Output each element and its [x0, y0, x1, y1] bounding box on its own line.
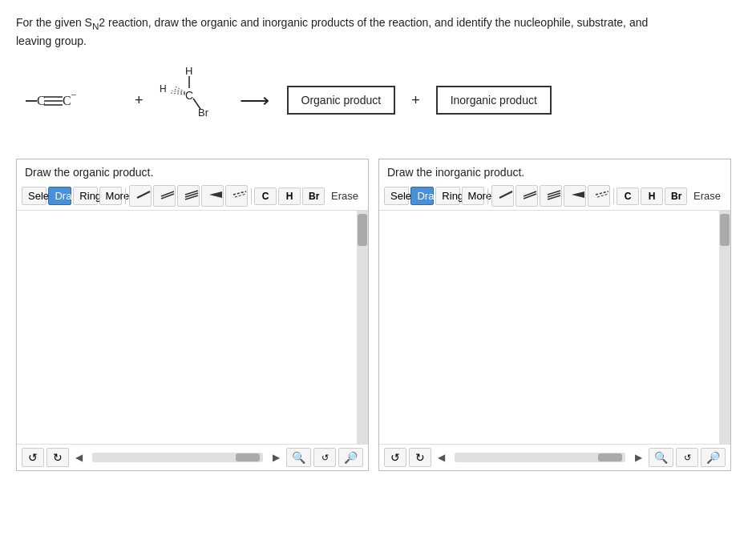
svg-line-11 — [176, 87, 185, 92]
organic-rings-btn[interactable]: Rings — [73, 187, 97, 205]
svg-marker-32 — [572, 191, 584, 198]
inorganic-nav-right[interactable]: ▶ — [632, 450, 645, 465]
organic-scroll-right[interactable] — [357, 211, 368, 444]
inorganic-horiz-scroll[interactable] — [455, 453, 625, 462]
inorganic-single-bond-btn[interactable] — [491, 185, 514, 207]
plus1: + — [135, 92, 144, 109]
svg-marker-23 — [209, 191, 222, 198]
organic-triple-bond-btn[interactable] — [177, 185, 200, 207]
organic-bottom-left: ↺ ↻ — [22, 448, 69, 467]
inorganic-zoom-in-btn[interactable]: 🔍 — [649, 448, 673, 467]
inorganic-draw-panel: Draw the inorganic product. Select Draw … — [378, 159, 731, 471]
inorganic-select-btn[interactable]: Select — [384, 187, 409, 205]
svg-line-14 — [170, 93, 185, 95]
inorganic-scroll-thumb — [720, 214, 730, 246]
inorganic-horiz-thumb — [598, 453, 622, 461]
inorganic-redo-btn[interactable]: ↻ — [409, 448, 431, 467]
svg-line-17 — [137, 191, 150, 198]
inorganic-erase-btn[interactable]: Erase — [689, 187, 726, 204]
reactant2-svg: H C H Br — [158, 64, 222, 136]
organic-atom-h-btn[interactable]: H — [278, 187, 301, 205]
organic-scroll-thumb — [358, 214, 367, 246]
organic-dash-btn[interactable] — [225, 185, 248, 207]
svg-line-26 — [499, 191, 512, 198]
inorganic-dash-btn[interactable] — [588, 185, 610, 207]
inorganic-bottom-bar: ↺ ↻ ◀ ▶ 🔍 ↺ 🔎 — [379, 444, 730, 470]
svg-text:−: − — [71, 89, 76, 101]
inorganic-zoom-reset-btn[interactable]: ↺ — [676, 448, 698, 467]
inorganic-triple-bond-btn[interactable] — [540, 185, 562, 207]
organic-redo-btn[interactable]: ↻ — [46, 448, 69, 467]
inorganic-draw-area[interactable] — [379, 211, 730, 444]
inorganic-atom-br-btn[interactable]: Br — [665, 187, 687, 205]
plus2: + — [411, 92, 420, 109]
organic-wedge-btn[interactable] — [201, 185, 224, 207]
organic-undo-btn[interactable]: ↺ — [22, 448, 44, 467]
reaction-equation: C C − + H C H Br ⟶ Organic product + I — [16, 64, 732, 136]
svg-line-28 — [524, 194, 536, 199]
organic-zoom-out-btn[interactable]: 🔎 — [338, 448, 363, 467]
organic-more-btn[interactable]: More — [99, 187, 123, 205]
organic-select-btn[interactable]: Select — [22, 187, 46, 205]
svg-line-19 — [161, 194, 174, 199]
inorganic-bottom-right: 🔍 ↺ 🔎 — [649, 448, 726, 467]
inorganic-scroll-right[interactable] — [719, 211, 730, 444]
svg-text:H: H — [160, 83, 167, 95]
organic-draw-btn[interactable]: Draw — [48, 187, 71, 205]
organic-single-bond-btn[interactable] — [129, 185, 152, 207]
svg-line-27 — [524, 191, 536, 196]
inorganic-toolbar: Select Draw Rings More — [379, 182, 730, 211]
inorganic-atom-c-btn[interactable]: C — [617, 187, 639, 205]
organic-double-bond-btn[interactable] — [153, 185, 176, 207]
inorganic-rings-btn[interactable]: Rings — [435, 187, 459, 205]
inorganic-wedge-btn[interactable] — [564, 185, 586, 207]
organic-toolbar: Select Draw Rings More — [17, 182, 368, 211]
organic-bottom-bar: ↺ ↻ ◀ ▶ 🔍 ↺ 🔎 — [17, 444, 368, 470]
arrow: ⟶ — [240, 88, 269, 113]
problem-line1: For the given SN2 reaction, draw the org… — [16, 16, 648, 29]
inorganic-atom-h-btn[interactable]: H — [641, 187, 663, 205]
organic-atom-br-btn[interactable]: Br — [302, 187, 325, 205]
organic-erase-btn[interactable]: Erase — [326, 187, 363, 204]
organic-draw-panel: Draw the organic product. Select Draw Ri… — [16, 159, 369, 471]
inorganic-zoom-out-btn[interactable]: 🔎 — [701, 448, 726, 467]
inorganic-bottom-left: ↺ ↻ — [384, 448, 431, 467]
problem-statement: For the given SN2 reaction, draw the org… — [16, 14, 732, 50]
organic-horiz-scroll[interactable] — [92, 453, 263, 462]
problem-line2: leaving group. — [16, 34, 87, 47]
svg-line-12 — [174, 89, 185, 93]
svg-line-16 — [193, 99, 200, 109]
inorganic-product-label-box: Inorganic product — [436, 86, 552, 115]
svg-text:C: C — [185, 89, 193, 102]
organic-nav-right[interactable]: ▶ — [269, 450, 283, 465]
inorganic-double-bond-btn[interactable] — [516, 185, 538, 207]
svg-line-13 — [172, 91, 185, 94]
drawing-panels: Draw the organic product. Select Draw Ri… — [16, 159, 732, 471]
organic-zoom-reset-btn[interactable]: ↺ — [313, 448, 336, 467]
svg-line-18 — [161, 191, 174, 196]
organic-product-label-box: Organic product — [287, 86, 396, 115]
inorganic-undo-btn[interactable]: ↺ — [384, 448, 406, 467]
organic-nav-left[interactable]: ◀ — [72, 450, 86, 465]
organic-horiz-thumb — [236, 453, 260, 461]
svg-line-25 — [235, 194, 246, 197]
inorganic-more-btn[interactable]: More — [462, 187, 485, 205]
organic-panel-title: Draw the organic product. — [17, 159, 368, 182]
organic-draw-area[interactable] — [17, 211, 368, 444]
reactant1-svg: C C − — [24, 79, 120, 123]
svg-line-34 — [597, 194, 609, 197]
organic-atom-c-btn[interactable]: C — [254, 187, 277, 205]
organic-zoom-in-btn[interactable]: 🔍 — [286, 448, 311, 467]
inorganic-panel-title: Draw the inorganic product. — [379, 159, 730, 182]
svg-text:H: H — [185, 65, 192, 77]
inorganic-nav-left[interactable]: ◀ — [435, 450, 448, 465]
inorganic-draw-btn[interactable]: Draw — [410, 187, 434, 205]
organic-bottom-right: 🔍 ↺ 🔎 — [286, 448, 363, 467]
